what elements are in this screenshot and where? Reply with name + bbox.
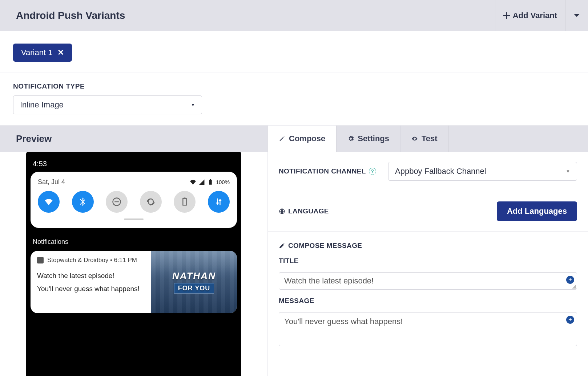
tab-test-label: Test (422, 134, 438, 143)
battery-icon (207, 179, 214, 185)
title-input[interactable] (279, 272, 577, 290)
notification-type-label: NOTIFICATION TYPE (13, 82, 575, 90)
tab-compose-label: Compose (289, 134, 325, 143)
phone-preview-wrap: 4:53 Sat, Jul 4 100% (0, 152, 267, 376)
preview-header: Preview (0, 126, 267, 152)
svg-rect-2 (183, 199, 186, 205)
image-text-line2: FOR YOU (174, 283, 214, 294)
notification-text: Stopwatch & Droidboy • 6:11 PM Watch the… (31, 251, 151, 313)
notification-type-section: NOTIFICATION TYPE Inline Image ▼ (0, 73, 588, 126)
title-insert-button[interactable]: + (566, 276, 574, 284)
title-label: TITLE (279, 257, 577, 265)
tab-compose[interactable]: Compose (268, 126, 337, 152)
caret-down-icon: ▼ (191, 102, 195, 107)
channel-select[interactable]: Appboy Fallback Channel ▼ (388, 162, 577, 181)
variant-chip-row: Variant 1 ✕ (0, 31, 588, 73)
compose-message-section: COMPOSE MESSAGE TITLE + MESSAGE + (268, 232, 588, 358)
compose-form: NOTIFICATION CHANNEL ? Appboy Fallback C… (268, 152, 588, 376)
app-icon (37, 257, 44, 263)
compose-message-label: COMPOSE MESSAGE (279, 242, 577, 250)
editor-tabs: Compose Settings Test (268, 126, 588, 152)
autorotate-toggle (140, 191, 162, 213)
svg-rect-3 (184, 197, 186, 198)
preview-column: Preview 4:53 Sat, Jul 4 100% (0, 126, 267, 376)
add-languages-button[interactable]: Add Languages (497, 201, 577, 221)
notification-title: Watch the latest episode! (37, 272, 146, 280)
title-input-wrap: + (279, 272, 577, 290)
tabs-filler (449, 126, 588, 152)
pencil-icon (279, 135, 285, 142)
wifi-icon (190, 179, 196, 185)
variant-chip[interactable]: Variant 1 ✕ (13, 44, 72, 62)
notification-app-line: Stopwatch & Droidboy • 6:11 PM (47, 257, 137, 264)
bluetooth-icon (78, 197, 88, 207)
notification-type-value: Inline Image (20, 100, 64, 110)
close-icon[interactable]: ✕ (57, 48, 64, 57)
message-label: MESSAGE (279, 297, 577, 305)
eye-icon (411, 135, 418, 142)
message-input[interactable] (279, 312, 577, 346)
battery-outline-icon (180, 197, 190, 207)
image-text-line1: NATHAN (172, 270, 216, 282)
tab-test[interactable]: Test (400, 126, 449, 152)
svg-rect-1 (114, 201, 119, 202)
plus-icon (503, 12, 510, 19)
drag-handle (124, 218, 144, 220)
message-input-wrap: + (279, 312, 577, 348)
phone-date: Sat, Jul 4 (38, 178, 65, 186)
notification-type-select[interactable]: Inline Image ▼ (13, 95, 202, 114)
battery-percent: 100% (216, 179, 230, 185)
edit-icon (279, 242, 285, 249)
notification-image: NATHAN FOR YOU (151, 251, 237, 313)
page-title: Android Push Variants (16, 10, 125, 21)
variant-chip-label: Variant 1 (21, 48, 52, 57)
notification-body: You'll never guess what happens! (37, 285, 146, 293)
status-icons: 100% (190, 179, 230, 185)
chevron-down-icon (573, 12, 580, 19)
data-arrows-icon (214, 197, 224, 207)
caret-down-icon: ▼ (566, 169, 570, 174)
channel-value: Appboy Fallback Channel (395, 167, 486, 176)
globe-icon (279, 208, 285, 214)
rotate-icon (146, 197, 156, 207)
compose-message-label-text: COMPOSE MESSAGE (288, 242, 362, 250)
notifications-label: Notifications (33, 238, 235, 246)
battery-saver-toggle (174, 191, 196, 213)
resize-handle-icon (572, 285, 576, 289)
dnd-icon (112, 197, 122, 207)
channel-label-text: NOTIFICATION CHANNEL (279, 167, 366, 175)
channel-row: NOTIFICATION CHANNEL ? Appboy Fallback C… (268, 152, 588, 191)
language-row: LANGUAGE Add Languages (268, 191, 588, 232)
language-label-text: LANGUAGE (288, 207, 329, 215)
help-icon[interactable]: ? (369, 168, 376, 175)
gear-icon (347, 135, 354, 142)
signal-icon (198, 179, 205, 185)
bluetooth-toggle (72, 191, 94, 213)
wifi-icon (44, 197, 54, 207)
main-split: Preview 4:53 Sat, Jul 4 100% (0, 126, 588, 376)
dnd-toggle (106, 191, 128, 213)
phone-clock: 4:53 (31, 158, 237, 170)
form-column: Compose Settings Test NOTIFICATION CHANN… (267, 126, 588, 376)
quick-settings-panel: Sat, Jul 4 100% (31, 172, 237, 228)
data-toggle (208, 191, 230, 213)
page-header: Android Push Variants Add Variant (0, 0, 588, 31)
tab-settings[interactable]: Settings (337, 126, 400, 152)
add-variant-button[interactable]: Add Variant (495, 0, 565, 31)
language-label: LANGUAGE (279, 207, 329, 215)
notification-card: Stopwatch & Droidboy • 6:11 PM Watch the… (31, 251, 237, 313)
add-variant-group: Add Variant (495, 0, 588, 31)
message-insert-button[interactable]: + (566, 316, 574, 324)
phone-preview: 4:53 Sat, Jul 4 100% (26, 152, 241, 376)
tab-settings-label: Settings (358, 134, 389, 143)
add-variant-dropdown[interactable] (565, 0, 588, 31)
add-variant-label: Add Variant (513, 11, 557, 20)
channel-label: NOTIFICATION CHANNEL ? (279, 167, 376, 175)
wifi-toggle (38, 191, 60, 213)
quick-settings-icons (38, 191, 230, 213)
